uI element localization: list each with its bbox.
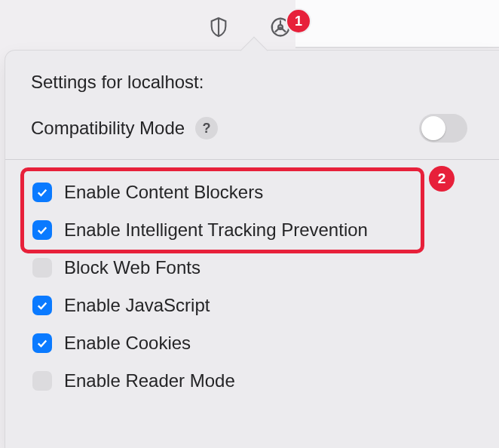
options-list: Enable Content Blockers Enable Intellige…: [5, 160, 499, 400]
option-label: Block Web Fonts: [64, 257, 201, 278]
option-block-web-fonts[interactable]: Block Web Fonts: [28, 249, 476, 287]
option-label: Enable Cookies: [64, 333, 191, 354]
option-label: Enable JavaScript: [64, 295, 210, 316]
toggle-knob: [421, 116, 445, 140]
shield-icon[interactable]: [206, 14, 231, 40]
option-enable-cookies[interactable]: Enable Cookies: [28, 324, 476, 362]
checkbox-icon[interactable]: [32, 258, 52, 278]
checkbox-icon[interactable]: [32, 333, 52, 353]
popover-title: Settings for localhost:: [31, 72, 473, 93]
option-label: Enable Reader Mode: [64, 370, 235, 391]
checkbox-icon[interactable]: [32, 296, 52, 315]
option-enable-javascript[interactable]: Enable JavaScript: [28, 287, 476, 324]
option-enable-reader-mode[interactable]: Enable Reader Mode: [28, 362, 476, 400]
option-label: Enable Intelligent Tracking Prevention: [64, 219, 368, 241]
help-icon[interactable]: ?: [195, 117, 218, 140]
checkbox-icon[interactable]: [32, 371, 52, 391]
site-settings-popover: Settings for localhost: Compatibility Mo…: [5, 50, 499, 448]
annotation-badge-1: 1: [287, 10, 310, 32]
settings-gear-icon[interactable]: 1: [268, 14, 293, 40]
compatibility-mode-row: Compatibility Mode ?: [31, 114, 473, 143]
option-label: Enable Content Blockers: [64, 182, 263, 203]
checkbox-icon[interactable]: [32, 220, 52, 240]
option-enable-intelligent-tracking-prevention[interactable]: Enable Intelligent Tracking Prevention: [28, 211, 476, 249]
compatibility-mode-toggle[interactable]: [419, 114, 467, 143]
compatibility-mode-label: Compatibility Mode: [31, 118, 185, 139]
checkbox-icon[interactable]: [32, 183, 52, 202]
option-enable-content-blockers[interactable]: Enable Content Blockers: [28, 173, 476, 211]
annotation-badge-2: 2: [429, 166, 455, 192]
